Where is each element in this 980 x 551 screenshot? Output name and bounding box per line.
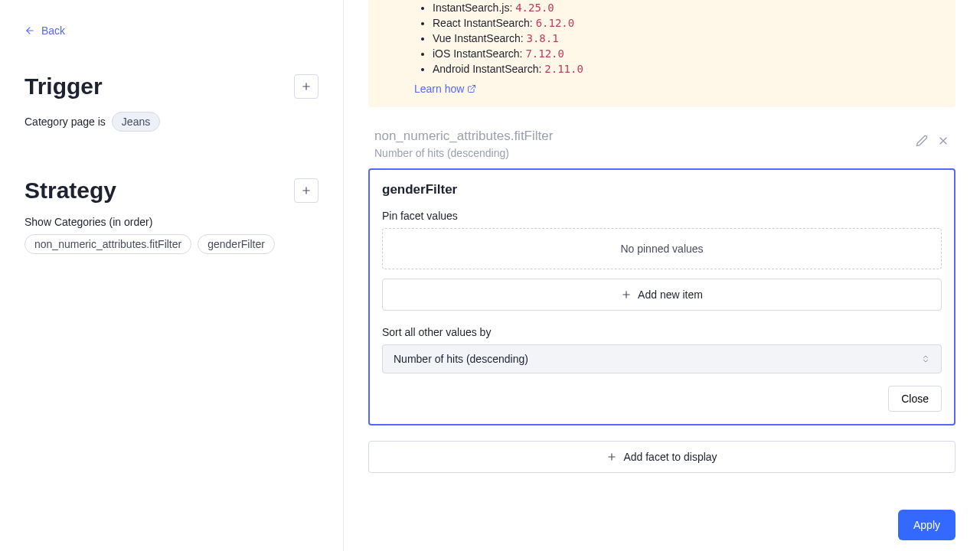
learn-how-link[interactable]: Learn how (414, 83, 476, 95)
pinned-values-empty: No pinned values (382, 228, 942, 269)
strategy-title: Strategy (24, 178, 116, 204)
version-item: iOS InstantSearch: 7.12.0 (433, 46, 940, 61)
plus-icon (606, 452, 617, 462)
back-label: Back (41, 24, 65, 37)
edit-icon[interactable] (916, 135, 928, 147)
warning-box: This setting is only natively compatible… (368, 0, 956, 107)
sort-label: Sort all other values by (382, 326, 942, 338)
svg-line-5 (471, 86, 475, 90)
close-icon[interactable] (937, 135, 949, 147)
plus-icon (301, 185, 312, 196)
version-item: Android InstantSearch: 2.11.0 (433, 61, 940, 77)
sort-select[interactable]: Number of hits (descending) (382, 344, 942, 373)
facet-summary-row[interactable]: non_numeric_attributes.fitFilter Number … (368, 119, 956, 168)
detail-title: genderFilter (382, 182, 942, 197)
close-button[interactable]: Close (888, 386, 942, 412)
trigger-title: Trigger (24, 73, 103, 99)
facet-name: non_numeric_attributes.fitFilter (374, 129, 553, 144)
facet-detail-panel: genderFilter Pin facet values No pinned … (368, 168, 956, 425)
add-facet-button[interactable]: Add facet to display (368, 441, 956, 473)
back-link[interactable]: Back (24, 24, 65, 37)
strategy-pill[interactable]: non_numeric_attributes.fitFilter (24, 234, 191, 254)
trigger-value-pill[interactable]: Jeans (112, 112, 160, 132)
version-item: React InstantSearch: 6.12.0 (433, 15, 940, 31)
add-strategy-button[interactable] (294, 178, 318, 203)
version-item: InstantSearch.js: 4.25.0 (433, 0, 940, 15)
plus-icon (621, 289, 632, 300)
version-item: Vue InstantSearch: 3.8.1 (433, 31, 940, 46)
facet-sort: Number of hits (descending) (374, 147, 553, 159)
trigger-prefix: Category page is (24, 116, 106, 128)
add-item-button[interactable]: Add new item (382, 279, 942, 311)
add-trigger-button[interactable] (294, 74, 318, 99)
external-icon (467, 84, 476, 93)
plus-icon (301, 81, 312, 92)
pin-label: Pin facet values (382, 210, 942, 222)
strategy-label: Show Categories (in order) (24, 216, 318, 228)
strategy-pill[interactable]: genderFilter (198, 234, 275, 254)
chevron-updown-icon (921, 354, 930, 364)
apply-button[interactable]: Apply (898, 510, 956, 540)
arrow-left-icon (24, 25, 35, 36)
